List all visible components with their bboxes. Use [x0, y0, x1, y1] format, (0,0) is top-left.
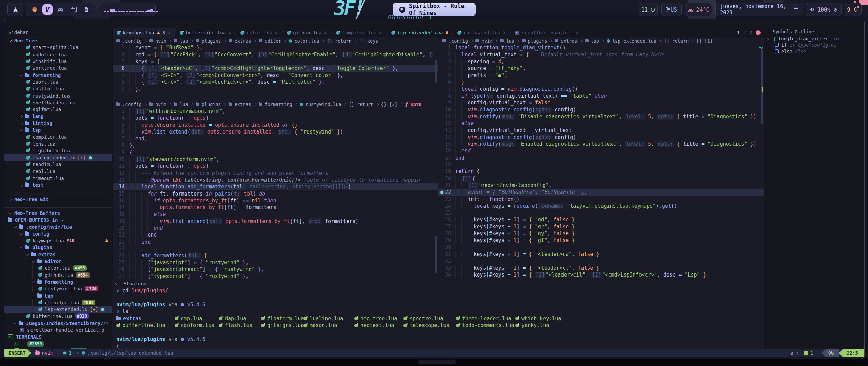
section-neo-tree[interactable]: Neo-Tree: [4, 37, 112, 44]
tab-color-lua[interactable]: color.lua×: [236, 28, 282, 37]
tree-item[interactable]: rustfmt.lua: [4, 85, 112, 92]
breadcrumb-item[interactable]: lua: [506, 38, 514, 44]
breadcrumb-lsp-extended[interactable]: .confignvimluapluginsextraslsplsp-extend…: [438, 37, 768, 44]
breadcrumb-item[interactable]: lua: [180, 38, 188, 44]
tree-item[interactable]: github.lua#654: [4, 272, 112, 279]
volume-widget[interactable]: 100%: [806, 3, 842, 16]
tabpage-2[interactable]: 2: [750, 30, 752, 35]
breadcrumb-item[interactable]: [] return: [349, 102, 373, 107]
tree-item[interactable]: Juegos/Indies/SteamLibrary/st: [4, 320, 112, 327]
tree-item[interactable]: smart-splits.lua: [4, 44, 112, 51]
breadcrumb-item[interactable]: extras: [235, 38, 251, 44]
breadcrumb-item[interactable]: .config: [449, 38, 468, 44]
breadcrumb-item[interactable]: lsp-extended.lua: [612, 38, 656, 44]
tree-item[interactable]: color.lua#493: [4, 265, 112, 271]
tree-item[interactable]: plugins: [4, 244, 112, 251]
tree-item[interactable]: neodim.lua: [4, 161, 112, 168]
tree-item[interactable]: rustywind.lua: [4, 92, 112, 99]
breadcrumb-item[interactable]: lsp: [591, 38, 599, 44]
statusline-cwd[interactable]: nvim: [42, 350, 54, 356]
tree-item[interactable]: lsp-extended.lu[+]: [4, 154, 112, 161]
tree-item[interactable]: compiler.lua: [4, 134, 112, 140]
editor-pane-color-lua[interactable]: 3 event = { "BufRead" },4 cmd = { [1]"Cc…: [112, 44, 438, 101]
media-widget[interactable]: Spiritbox - Rule Of Nines: [393, 3, 476, 16]
close-icon[interactable]: ×: [379, 29, 382, 36]
breadcrumb-item[interactable]: extras: [235, 102, 251, 107]
breadcrumb-item[interactable]: color.lua: [294, 38, 319, 44]
breadcrumb-rustywind[interactable]: .confignvimluapluginsextrasformattingrus…: [112, 101, 442, 108]
workspace-vim-active[interactable]: V: [41, 4, 54, 15]
close-icon[interactable]: ×: [228, 29, 231, 36]
close-all-icon[interactable]: [756, 30, 761, 35]
breadcrumb-item[interactable]: extras: [561, 38, 577, 44]
tree-item[interactable]: lang: [4, 113, 112, 120]
tree-item[interactable]: repl.lua: [4, 168, 112, 175]
tree-item[interactable]: OPEN BUFFERS in ~: [4, 217, 112, 223]
workspace-windows[interactable]: [67, 7, 80, 12]
tree-item[interactable]: lens.lua: [4, 140, 112, 147]
close-icon[interactable]: ×: [324, 29, 327, 36]
breadcrumb-item[interactable]: plugins: [202, 38, 221, 44]
tab-rustywind-lua[interactable]: rustywind.lua×: [453, 28, 511, 37]
breadcrumb-item[interactable]: plugins: [202, 102, 221, 107]
breadcrumb-item[interactable]: [] return: [664, 38, 689, 44]
breadcrumb-item[interactable]: .config: [122, 102, 142, 107]
breadcrumb-item[interactable]: {} [2]: [381, 102, 398, 107]
tree-item[interactable]: ~#2859: [4, 340, 112, 347]
breadcrumb-item[interactable]: nvim: [481, 38, 493, 44]
tab-lsp-extended-lua[interactable]: lsp-extended.lua: [387, 28, 453, 37]
tree-item[interactable]: TERMINALS: [4, 333, 112, 340]
tree-item[interactable]: compiler.lua#682: [4, 299, 112, 306]
notifications-widget[interactable]: 9: [844, 3, 862, 16]
breadcrumb-item[interactable]: ƒ opts: [405, 102, 421, 107]
tree-item[interactable]: .config/nvim/lua: [4, 223, 112, 230]
breadcrumb-item[interactable]: plugins: [528, 38, 547, 44]
close-icon[interactable]: ×: [167, 29, 171, 36]
tree-item[interactable]: editor: [4, 258, 112, 265]
terminal-input-line[interactable]: (: [112, 343, 764, 349]
close-icon[interactable]: ×: [503, 29, 506, 36]
statusline-filepath[interactable]: .config/…/lsp/lsp-extended.lua: [87, 350, 173, 356]
tree-item[interactable]: bufferline.lua#328: [4, 313, 112, 320]
workspace-firefox[interactable]: [28, 6, 41, 13]
tree-item[interactable]: timeout.lua: [4, 175, 112, 182]
workspace-games[interactable]: [54, 6, 67, 13]
tree-item[interactable]: linting: [4, 120, 112, 127]
breadcrumb-item[interactable]: nvim: [155, 38, 166, 44]
scrollbar-pane-rustywind[interactable]: [435, 236, 437, 273]
tab-keymaps-lua[interactable]: keymaps.lua3×: [112, 28, 175, 37]
tree-item[interactable]: winshift.lua: [4, 58, 112, 65]
outline-item-if[interactable]: if if type(config.vi: [764, 42, 864, 48]
tree-item[interactable]: shellharden.lua: [4, 99, 112, 106]
breadcrumb-item[interactable]: editor: [265, 38, 281, 44]
tab-compiler-lua[interactable]: compiler.lua×: [332, 28, 386, 37]
tree-item[interactable]: test: [4, 182, 112, 188]
tree-item[interactable]: extras: [4, 251, 112, 258]
outline-item-else[interactable]: else else: [764, 48, 864, 55]
tree-item[interactable]: lsp: [4, 127, 112, 134]
tree-item[interactable]: isort.lua: [4, 79, 112, 85]
outline-item-toggle_diag_virtext[interactable]: ƒtoggle_diag_virtext fu: [764, 35, 864, 42]
tree-item[interactable]: formatting: [4, 72, 112, 78]
tree-item[interactable]: formatting: [4, 279, 112, 285]
breadcrumb-item[interactable]: formatting: [265, 102, 292, 107]
tree-item[interactable]: worktree.lua: [4, 65, 112, 72]
tab-scrollbar-handle-[interactable]: scrollbar-handle-…×: [511, 28, 583, 37]
editor-pane-rustywind-lua[interactable]: 3 [1]"williamboman/mason.nvim",4 opts = …: [112, 108, 438, 280]
breadcrumb-item[interactable]: rustywind.lua: [305, 102, 341, 107]
breadcrumb-item[interactable]: lua: [180, 102, 188, 107]
section-neo-tree-buffers[interactable]: Neo-Tree Buffers: [4, 210, 112, 217]
dock-hint[interactable]: [418, 360, 456, 364]
breadcrumb-item[interactable]: {} return: [327, 38, 351, 44]
breadcrumb-item[interactable]: {} [1]: [696, 38, 713, 44]
section-neo-tree-git[interactable]: Neo-Tree Git: [4, 196, 112, 203]
launcher-button[interactable]: [7, 3, 23, 16]
tree-item[interactable]: scrollbar-handle-vertical.p: [4, 327, 112, 333]
date-widget[interactable]: jueves, noviembre 16, 2023: [715, 3, 803, 16]
tree-item[interactable]: keymaps.lua#10: [4, 237, 112, 244]
floaterm-panel[interactable]: Floaterm ›cd lua/plugins/ nvim/lua/plugi…: [112, 280, 764, 350]
tabpage-1[interactable]: 1: [737, 30, 740, 35]
weather-widget[interactable]: 24°C: [685, 3, 712, 16]
tree-item[interactable]: lsp: [4, 292, 112, 299]
tree-item[interactable]: rustywind.lua#726: [4, 285, 112, 292]
